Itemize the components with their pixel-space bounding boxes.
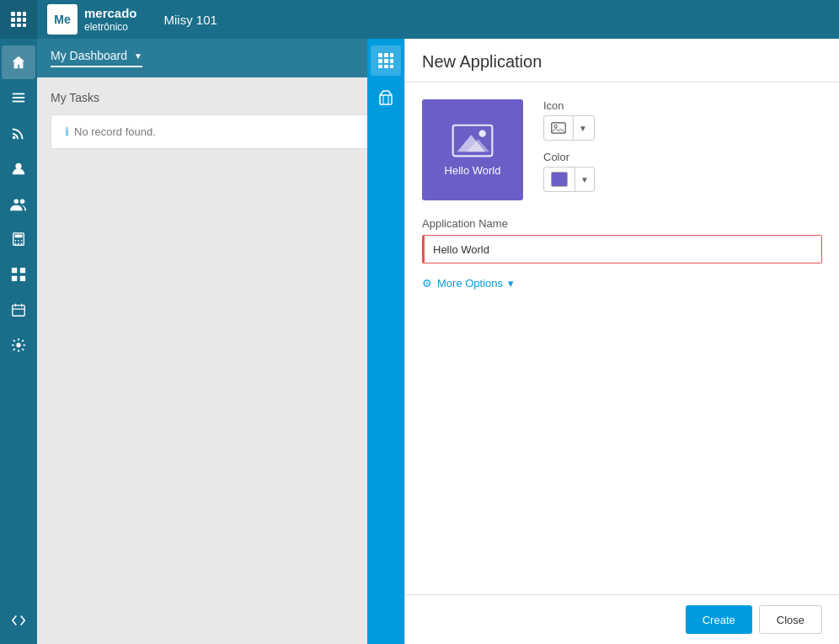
icon-picker-caret-icon: ▼ [574,124,592,133]
icon-picker-main [544,116,574,140]
body-area: My Dashboard ▼ My Tasks ℹ No record foun… [0,39,839,644]
dashboard-label: My Dashboard [51,49,127,62]
more-options-row[interactable]: ⚙ More Options ▾ [422,277,822,290]
color-swatch [551,172,568,187]
svg-rect-35 [390,59,393,63]
svg-point-21 [15,243,17,245]
svg-rect-30 [378,53,382,57]
nav-calculator-icon[interactable] [2,222,35,256]
svg-rect-37 [384,65,388,68]
svg-rect-7 [17,24,21,27]
svg-rect-33 [378,59,382,63]
icon-label: Icon [543,99,595,112]
app-name-label: Application Name [422,217,822,230]
nav-group-icon[interactable] [2,187,35,221]
app-title: Miisy 101 [151,13,217,27]
svg-rect-8 [23,24,26,27]
svg-rect-0 [11,12,15,16]
nav-home-icon[interactable] [2,45,35,79]
icon-sidebar [0,39,37,644]
blue-strip [367,39,404,644]
color-picker-button[interactable]: ▼ [543,167,595,192]
svg-rect-3 [11,18,15,22]
svg-rect-24 [12,268,17,273]
app-preview-row: Hello World Icon [422,99,822,200]
dialog-panel: New Application [404,39,839,644]
svg-rect-11 [13,101,24,103]
right-panel-overlay: New Application [367,39,839,644]
icon-control-group: Icon ▼ [543,99,595,141]
svg-point-45 [554,125,557,127]
icon-color-controls: Icon ▼ [543,99,595,192]
nav-user-icon[interactable] [2,152,35,185]
svg-point-41 [479,130,486,136]
svg-point-20 [21,240,23,242]
dialog-header: New Application [405,39,839,82]
create-button[interactable]: Create [686,605,752,634]
app-name-input[interactable] [422,235,822,263]
logo-area: Me mercado eletrônico [37,4,147,35]
app-icon-preview: Hello World [422,99,523,200]
svg-rect-34 [384,59,388,63]
dialog-footer: Create Close [405,594,839,644]
dashboard-selector[interactable]: My Dashboard ▼ [51,49,142,67]
color-picker-caret-icon: ▼ [575,175,594,184]
nav-feed-icon[interactable] [2,116,35,150]
apps-menu-button[interactable] [0,0,37,39]
nav-settings-icon[interactable] [2,328,35,362]
svg-point-13 [15,163,21,169]
no-record-text: No record found. [74,125,156,138]
svg-rect-38 [390,65,393,68]
color-label: Color [543,151,595,163]
svg-point-18 [15,240,17,242]
svg-point-19 [18,240,19,242]
app-name-form-group: Application Name [422,217,822,263]
svg-rect-10 [13,97,24,98]
svg-rect-36 [378,65,382,68]
app-preview-icon [452,124,494,157]
color-control-group: Color ▼ [543,151,595,192]
nav-list-icon[interactable] [2,81,35,114]
nav-expand-icon[interactable] [2,604,35,637]
nav-grid-icon[interactable] [2,258,35,291]
dialog-body: Hello World Icon [405,82,839,594]
svg-point-12 [13,136,16,140]
info-icon: ℹ [65,125,69,138]
svg-rect-2 [23,12,26,16]
more-options-gear-icon: ⚙ [422,277,432,290]
main-area: My Dashboard ▼ My Tasks ℹ No record foun… [37,39,839,644]
svg-rect-32 [390,53,393,57]
more-options-chevron-icon: ▾ [508,277,514,290]
svg-rect-17 [15,235,23,238]
nav-calendar-icon[interactable] [2,293,35,327]
svg-rect-39 [380,95,392,104]
svg-point-29 [16,343,20,347]
dashboard-caret-icon: ▼ [134,51,142,61]
svg-rect-28 [13,306,24,317]
dialog-title: New Application [422,52,822,72]
svg-point-22 [18,243,19,245]
icon-picker-button[interactable]: ▼ [543,115,595,141]
svg-rect-25 [20,268,25,273]
svg-rect-9 [13,93,24,95]
svg-rect-1 [17,12,21,16]
strip-apps-icon[interactable] [371,45,401,76]
app-name-preview-label: Hello World [445,164,501,177]
logo-box: Me [47,4,77,35]
svg-rect-31 [384,53,388,57]
more-options-label: More Options [437,277,503,290]
svg-point-14 [14,200,19,204]
svg-point-15 [20,200,24,204]
svg-rect-5 [23,18,26,22]
svg-rect-27 [20,276,25,281]
svg-rect-6 [11,24,15,27]
svg-rect-4 [17,18,21,22]
color-picker-main [544,168,575,191]
strip-package-icon[interactable] [371,82,401,113]
close-button[interactable]: Close [759,605,822,634]
brand-text: mercado eletrônico [84,6,137,33]
top-bar: Me mercado eletrônico Miisy 101 [0,0,839,39]
svg-rect-26 [12,276,17,281]
svg-point-23 [21,243,23,245]
